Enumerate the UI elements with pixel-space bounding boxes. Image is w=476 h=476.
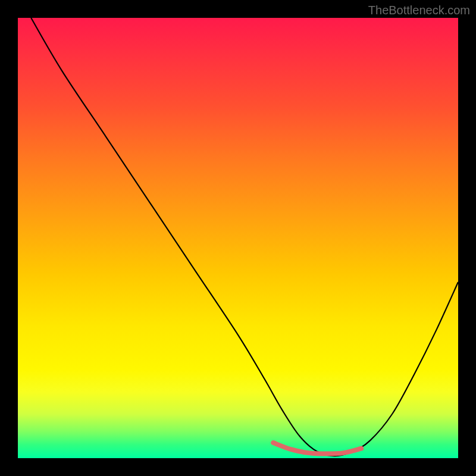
severity-gradient-background xyxy=(18,18,458,458)
bottleneck-chart: TheBottleneck.com xyxy=(0,0,476,476)
plot-area xyxy=(18,18,458,458)
watermark-text: TheBottleneck.com xyxy=(368,4,470,17)
